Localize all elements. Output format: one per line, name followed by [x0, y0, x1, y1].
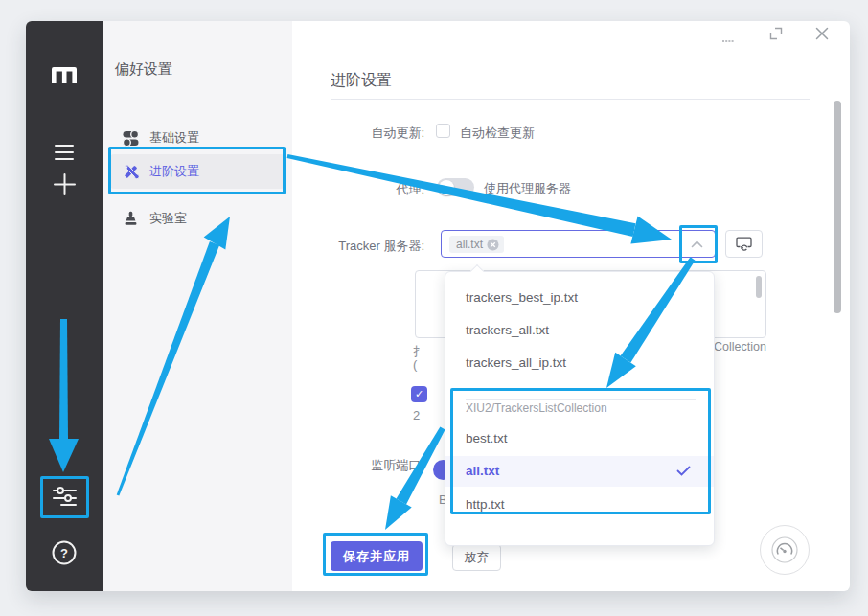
- auto-update-label: 自动更新:: [283, 125, 424, 142]
- app-window: ? 偏好设置 基础设置: [26, 21, 850, 591]
- speedometer-icon: [770, 536, 799, 564]
- dropdown-option[interactable]: best.txt: [445, 424, 714, 453]
- stamp-icon: [123, 211, 139, 227]
- occluded-text-fragment: 2: [413, 408, 421, 422]
- chevron-up-icon[interactable]: [691, 240, 703, 248]
- tracker-dropdown: trackers_best_ip.txt trackers_all.txt tr…: [445, 271, 715, 546]
- dropdown-group-label: XIU2/TrackersListCollection: [445, 401, 714, 415]
- check-icon: [676, 466, 691, 476]
- task-list-icon[interactable]: [26, 144, 103, 161]
- nav-item-advanced[interactable]: 进阶设置: [110, 154, 285, 189]
- dropdown-option[interactable]: trackers_all_ip.txt: [445, 349, 714, 377]
- toggle-knob: [439, 180, 454, 195]
- nav-item-basic-label: 基础设置: [149, 129, 199, 147]
- preferences-title: 偏好设置: [115, 60, 172, 79]
- preferences-sliders-icon[interactable]: [26, 486, 103, 508]
- listen-port-label: 监听端口:: [283, 457, 424, 474]
- dropdown-option[interactable]: trackers_all.txt: [445, 316, 714, 345]
- close-icon[interactable]: [815, 27, 829, 44]
- tools-icon: [123, 164, 139, 180]
- nav-item-lab-label: 实验室: [149, 210, 187, 227]
- proxy-toggle-label: 使用代理服务器: [484, 180, 571, 197]
- tracker-tag-label: all.txt: [456, 238, 483, 251]
- speed-limit-button[interactable]: [760, 525, 810, 575]
- device-sync-icon: [736, 237, 752, 251]
- dropdown-option[interactable]: http.txt: [445, 491, 714, 519]
- minimize-button[interactable]: [721, 32, 735, 49]
- proxy-label: 代理:: [283, 181, 424, 198]
- textarea-scrollbar[interactable]: [756, 276, 762, 298]
- proxy-toggle[interactable]: [437, 178, 474, 196]
- sync-tracker-button[interactable]: [725, 230, 763, 258]
- tracker-select[interactable]: all.txt: [441, 230, 716, 258]
- dropdown-option[interactable]: trackers_best_ip.txt: [445, 284, 714, 312]
- trackerslist-link-fragment[interactable]: Collection: [714, 340, 766, 354]
- add-task-icon[interactable]: [26, 172, 103, 196]
- occluded-text-fragment: (: [413, 357, 419, 372]
- dropdown-notch: [470, 264, 484, 278]
- main-scrollbar[interactable]: [834, 101, 841, 313]
- save-apply-button[interactable]: 保存并应用: [331, 541, 423, 571]
- preferences-nav: 偏好设置 基础设置 进阶设置: [103, 21, 292, 591]
- page-title: 进阶设置: [331, 71, 392, 91]
- discard-button[interactable]: 放弃: [452, 544, 501, 571]
- m-logo: [26, 67, 103, 83]
- tracker-tag: all.txt: [449, 236, 504, 253]
- title-divider: [331, 99, 810, 100]
- toggles-icon: [123, 130, 139, 147]
- dropdown-divider: [466, 399, 696, 400]
- auto-update-checkbox[interactable]: [436, 124, 450, 138]
- tag-remove-icon[interactable]: [487, 239, 499, 251]
- nav-item-lab[interactable]: 实验室: [110, 201, 285, 236]
- tracker-server-label: Tracker 服务器:: [283, 238, 424, 255]
- help-glyph: ?: [60, 546, 68, 560]
- screenshot-stage: ? 偏好设置 基础设置: [0, 0, 868, 616]
- restore-button[interactable]: [769, 27, 783, 44]
- app-sidebar: ?: [26, 21, 103, 591]
- selected-option-label: all.txt: [466, 464, 499, 478]
- nav-item-basic[interactable]: 基础设置: [110, 121, 285, 155]
- dropdown-option-selected[interactable]: all.txt: [445, 456, 714, 487]
- nav-item-advanced-label: 进阶设置: [149, 163, 199, 180]
- auto-update-checkbox-label[interactable]: 自动检查更新: [460, 125, 535, 142]
- help-icon[interactable]: ?: [26, 539, 103, 566]
- occluded-purple-control: ✓: [411, 386, 427, 402]
